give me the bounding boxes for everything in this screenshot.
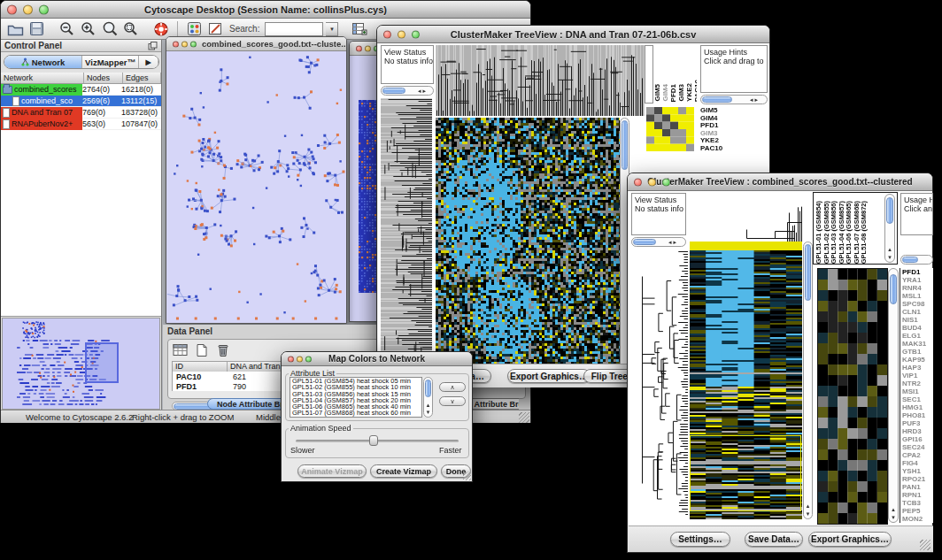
gene-label[interactable]: KAP95 [902,356,933,364]
minimize-button[interactable] [398,30,405,38]
gene-label[interactable]: CLN1 [902,308,933,316]
scrollbar-thumb[interactable] [902,257,918,263]
heatmap-canvas[interactable] [436,118,620,385]
network-list-row[interactable]: DNA and Tran 07 769(0) 183728(0) [1,107,161,119]
column-label[interactable]: PAC10 [694,80,697,102]
scroll-left-arrow[interactable]: ◂ [750,96,753,103]
scroll-up-arrow[interactable]: ▴ [424,402,432,409]
gene-label[interactable]: PEP5 [902,507,933,515]
column-label[interactable]: GPL51-04 (GSM857) [838,201,845,264]
dialog-titlebar[interactable]: Map Colors to Network [282,352,472,366]
row-label[interactable]: PAC10 [700,145,768,153]
resize-grip[interactable] [463,472,471,480]
close-button[interactable] [634,178,642,186]
column-label[interactable]: GPL51-08 (GSM872) [861,201,868,264]
search-dropdown-button[interactable]: ▼ [326,22,338,36]
attribute-list-vscrollbar[interactable]: ▴ ▾ [423,377,433,418]
treeview-button[interactable]: Save Data… [745,532,803,547]
attribute-batch-icon[interactable] [350,20,368,38]
column-label[interactable]: GPL51-01 (GSM854) [815,201,822,264]
scrollbar-thumb[interactable] [890,274,897,304]
labels-vscrollbar[interactable]: ▴ ▾ [884,194,895,263]
usage-hints-hscrollbar[interactable] [900,255,933,265]
gene-label[interactable]: YSH1 [902,467,933,475]
zoom-button[interactable] [412,30,420,38]
gene-label[interactable]: PAN1 [902,483,933,491]
gene-label[interactable]: VIP1 [902,372,933,380]
column-label[interactable]: GPL51-07 (GSM868) [853,201,861,264]
search-input[interactable] [265,22,323,36]
resize-grip[interactable] [920,540,930,550]
scrollbar-thumb[interactable] [633,239,656,245]
gene-label[interactable]: PFD1 [902,268,933,276]
new-attribute-icon[interactable] [193,342,211,358]
gene-label[interactable]: HRD3 [902,427,933,435]
scrollbar-thumb[interactable] [622,120,628,170]
scrollbar-thumb[interactable] [382,88,405,94]
gene-label[interactable]: PHO81 [902,411,933,419]
minimize-button[interactable] [23,4,33,14]
network-list-row[interactable]: combined_scores 2764(0) 16218(0) [1,84,161,96]
gene-label[interactable]: GTB1 [902,348,933,356]
column-label[interactable]: GIM4 [662,84,669,102]
gene-label[interactable]: SEC24 [902,443,933,451]
move-down-button[interactable]: ∨ [439,396,466,406]
gene-label[interactable]: MSL1 [902,292,933,300]
network-list-row[interactable]: combined_sco 2569(6) 13112(15) [1,96,161,107]
close-button[interactable] [356,45,362,51]
treeview2-titlebar[interactable]: ClusterMaker TreeView : combined_scores_… [628,173,932,191]
scrollbar-thumb[interactable] [425,380,431,397]
main-titlebar[interactable]: Cytoscape Desktop (Session Name: collins… [1,1,530,19]
view-status-hscrollbar[interactable]: ◂ ▸ [381,86,434,96]
gene-label[interactable]: CPA2 [902,451,933,459]
column-dendrogram[interactable] [690,193,803,242]
network-1-titlebar[interactable]: combined_scores_good.txt--cluste... [166,37,346,51]
close-button[interactable] [173,41,179,47]
delete-attribute-icon[interactable] [214,342,232,358]
zoom-heatmap-canvas[interactable] [817,268,888,525]
dialog-button[interactable]: Create Vizmap [370,464,437,478]
minimize-button[interactable] [181,41,188,47]
correlation-matrix-canvas[interactable] [646,107,694,151]
vizmap-grid-icon[interactable] [185,20,204,38]
zoom-selected-icon[interactable] [121,20,140,38]
gene-label[interactable]: MAK31 [902,340,933,348]
usage-hints-hscrollbar[interactable]: ◂ ▸ [700,95,768,104]
gene-label[interactable]: RPN1 [902,491,933,499]
scroll-down-arrow[interactable]: ▾ [885,254,894,261]
zoom-button[interactable] [39,4,49,14]
scrollbar-thumb[interactable] [702,96,732,103]
gene-label[interactable]: HAP3 [902,364,933,372]
column-label[interactable]: GPL51-02 (GSM855) [823,201,830,264]
gene-label[interactable]: SPC98 [902,300,933,308]
speed-slider-thumb[interactable] [369,435,378,446]
select-attributes-icon[interactable] [172,342,189,358]
scroll-right-arrow[interactable]: ▸ [755,96,759,103]
scroll-up-arrow[interactable]: ▴ [885,246,894,253]
column-dendrogram[interactable] [436,45,645,116]
gene-label[interactable]: YRA1 [902,276,933,284]
dialog-button[interactable]: Animate Vizmap [297,464,367,478]
column-label[interactable]: GPL51-06 (GSM865) [845,201,853,264]
column-label[interactable]: GIM3 [678,84,685,102]
heatmap-canvas[interactable] [690,242,802,519]
heatmap-vscrollbar[interactable]: ▴ ▾ [803,242,813,519]
treeview-button[interactable]: Export Graphics… [507,369,591,383]
help-ring-icon[interactable] [151,20,170,38]
gene-label[interactable]: RNR4 [902,284,933,292]
gene-label[interactable]: MSI1 [902,387,933,395]
scrollbar-thumb[interactable] [805,244,811,301]
column-label[interactable]: PFD1 [670,84,677,102]
gene-label[interactable]: NIS1 [902,316,933,324]
gene-label[interactable]: TCB3 [902,499,933,507]
birdseye-viewport-rect[interactable] [85,342,119,383]
close-button[interactable] [7,4,17,14]
column-label[interactable]: YKE2 [686,83,693,102]
birdseye-canvas[interactable] [3,318,159,409]
network-list-row[interactable]: RNAPuberNov2+ 563(0) 107847(0) [1,119,161,130]
gene-label[interactable]: SEC1 [902,395,933,403]
scroll-right-arrow[interactable]: ▸ [674,239,677,245]
minimize-button[interactable] [648,178,656,186]
tab-network[interactable]: Network [4,56,82,68]
view-status-hscrollbar[interactable]: ◂ ▸ [631,237,686,247]
